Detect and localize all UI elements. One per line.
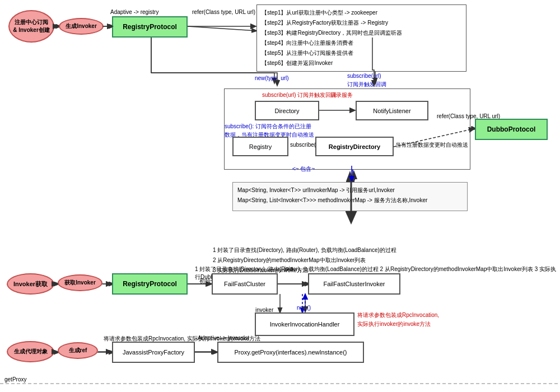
box-failfast-cluster: FailFastCluster: [212, 273, 278, 295]
step6: 【step6】创建并返回Invoker: [262, 58, 461, 68]
label-adaptive-registry: Adaptive -> registry: [110, 9, 158, 15]
label-directory-service: subscribe(url) 订阅并触发回调: [262, 91, 337, 99]
oval-gen-proxy: 生成代理对象: [7, 341, 54, 362]
svg-line-2: [188, 26, 256, 31]
step-box: 【step1】从url获取注册中心类型 -> zookeeper 【step2】…: [256, 4, 466, 72]
label-getproxy: Adaptive -> javassist: [198, 335, 249, 341]
box-registry-protocol-top: RegistryProtocol: [112, 16, 188, 38]
label-t-ref: getProxy: [4, 376, 26, 382]
label-notify-method: 目录服务: [330, 91, 353, 99]
box-registry: Registry: [232, 137, 288, 156]
box-map-data: Map<String, Invoker<T>> urlInvokerMap ->…: [232, 182, 468, 211]
label-refer: refer(Class type, URL url): [192, 9, 255, 15]
oval-get-invoker: 获取Invoker: [58, 274, 102, 291]
map-row1: Map<String, Invoker<T>> urlInvokerMap ->…: [237, 185, 463, 195]
box-dubbo-protocol: DubboProtocol: [475, 119, 548, 140]
box-invoker-invocation-handler: InvokerInvocationHandler: [255, 312, 354, 336]
step4: 【step4】向注册中心注册服务消费者: [262, 38, 461, 48]
oval-gen-ref: 生成ref: [58, 342, 98, 359]
box-directory: Directory: [255, 101, 319, 120]
label-subscribe-url: subscribe(url) 订阅并触发回调: [347, 72, 386, 88]
oval-register-subscribe: 注册中心订阅 & Invoker创建: [8, 10, 54, 43]
step1: 【step1】从url获取注册中心类型 -> zookeeper: [262, 8, 461, 18]
oval-generate-invoker: 生成Invoker: [59, 18, 104, 35]
label-iih-desc: 将请求参数包装成RpcInvocation, 实际执行invoker的invok…: [357, 311, 439, 329]
label-invoker: new(): [297, 305, 311, 311]
box-javassist-proxy-factory: JavassistProxyFactory: [112, 342, 195, 363]
box-proxy-get-proxy: Proxy.getProxy(interfaces).newInstance(): [217, 342, 364, 363]
box-registry-protocol-bottom: RegistryProtocol: [112, 273, 188, 295]
box-notify-listener: NotifyListener: [356, 101, 428, 120]
step2: 【step2】从RegistryFactory获取注册器 -> Registry: [262, 18, 461, 28]
map-row2: Map<String, List<Invoker<T>>> methodInvo…: [237, 195, 463, 206]
box-registry-directory: RegistryDirectory: [315, 137, 394, 156]
box-failfast-cluster-invoker: FailFastClusterInvoker: [308, 273, 400, 295]
oval-invoker-get: Invoker获取: [7, 273, 54, 295]
label-new-type-url: new(type, url): [255, 75, 289, 81]
diagram-container: 注册中心订阅 & Invoker创建 生成Invoker Adaptive ->…: [0, 0, 560, 392]
label-new2: join: [284, 265, 293, 272]
label-put-url: <~ 包含~: [292, 165, 315, 173]
step3: 【step3】构建RegistryDirectory，其同时也是回调监听器: [262, 28, 461, 38]
step5: 【step5】从注册中心订阅服务提供者: [262, 48, 461, 58]
